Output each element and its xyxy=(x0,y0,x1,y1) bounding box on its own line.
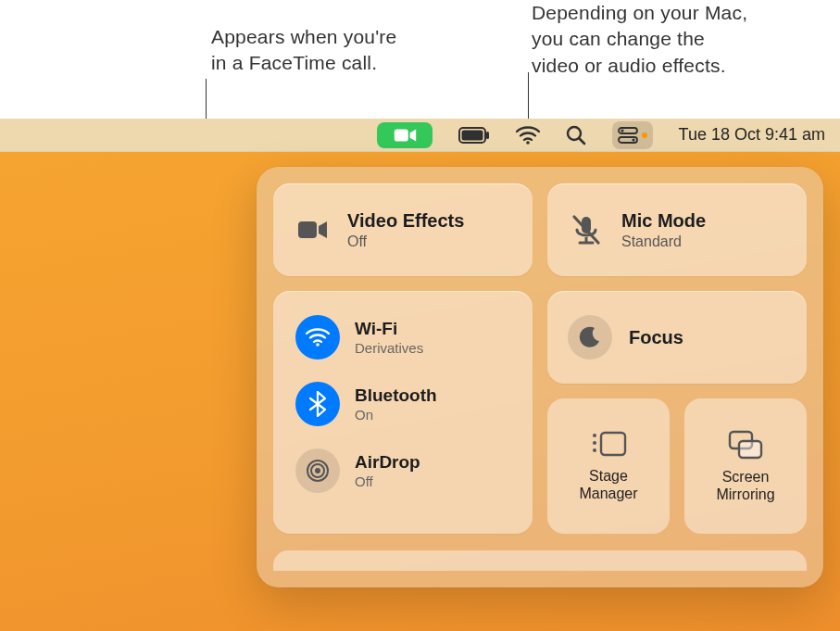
right-column: Focus Stage Manager xyxy=(547,291,807,534)
label-line: Screen xyxy=(716,468,774,486)
wifi-icon xyxy=(306,327,330,347)
wifi-menubar-button[interactable] xyxy=(516,119,540,152)
airdrop-sub: Off xyxy=(355,473,420,489)
svg-point-20 xyxy=(593,434,596,437)
spotlight-menubar-button[interactable] xyxy=(566,119,586,152)
video-effects-sub: Off xyxy=(347,233,464,250)
annotation-layer: Appears when you're in a FaceTime call. … xyxy=(0,0,840,119)
focus-title: Focus xyxy=(629,327,683,348)
svg-rect-3 xyxy=(486,132,489,139)
airdrop-title: AirDrop xyxy=(355,452,420,473)
label-line: Stage xyxy=(579,467,637,485)
facetime-pill xyxy=(377,122,433,148)
label-line: Mirroring xyxy=(716,486,774,503)
screen-mirroring-label: Screen Mirroring xyxy=(716,468,774,503)
airdrop-button[interactable]: AirDrop Off xyxy=(288,437,518,504)
tile-text: Wi-Fi Derivatives xyxy=(355,319,423,356)
video-camera-icon xyxy=(294,211,331,248)
annotation-line: you can change the xyxy=(532,26,819,52)
mic-mode-title: Mic Mode xyxy=(621,210,706,232)
tile-text: AirDrop Off xyxy=(355,452,420,489)
svg-rect-0 xyxy=(394,129,407,141)
menubar-datetime[interactable]: Tue 18 Oct 9:41 am xyxy=(679,119,825,152)
bluetooth-title: Bluetooth xyxy=(355,385,437,406)
stage-manager-button[interactable]: Stage Manager xyxy=(547,398,670,534)
tile-text: Bluetooth On xyxy=(355,385,437,423)
svg-point-8 xyxy=(621,129,623,132)
control-center-icon xyxy=(618,127,638,144)
wifi-title: Wi-Fi xyxy=(355,319,423,339)
tile-text: Mic Mode Standard xyxy=(621,210,706,250)
desktop: Tue 18 Oct 9:41 am Video Effects Off Mic… xyxy=(0,119,840,631)
battery-icon xyxy=(458,127,490,144)
mic-mode-button[interactable]: Mic Mode Standard xyxy=(547,183,807,276)
svg-point-4 xyxy=(526,141,530,145)
stage-manager-label: Stage Manager xyxy=(579,467,637,502)
privacy-indicator-dot xyxy=(642,133,647,138)
wifi-icon xyxy=(516,126,540,145)
screen-mirroring-button[interactable]: Screen Mirroring xyxy=(684,398,807,534)
partial-next-tile xyxy=(273,550,807,571)
svg-rect-2 xyxy=(461,130,483,140)
focus-button[interactable]: Focus xyxy=(547,291,807,384)
svg-line-6 xyxy=(579,138,584,144)
annotation-facetime: Appears when you're in a FaceTime call. xyxy=(211,24,452,77)
airdrop-toggle-circle xyxy=(295,448,340,493)
svg-point-10 xyxy=(632,138,634,141)
bluetooth-button[interactable]: Bluetooth On xyxy=(288,371,518,437)
annotation-line: in a FaceTime call. xyxy=(211,50,452,76)
airdrop-icon xyxy=(305,458,331,484)
label-line: Manager xyxy=(579,485,637,502)
video-effects-title: Video Effects xyxy=(347,210,464,232)
control-center-menubar-button[interactable] xyxy=(612,119,653,152)
video-camera-icon xyxy=(391,121,419,149)
wifi-sub: Derivatives xyxy=(355,340,423,356)
control-center-panel: Video Effects Off Mic Mode Standard xyxy=(257,167,823,587)
bluetooth-sub: On xyxy=(355,407,437,423)
menu-bar: Tue 18 Oct 9:41 am xyxy=(0,119,840,152)
svg-rect-25 xyxy=(739,441,761,458)
battery-menubar-button[interactable] xyxy=(458,119,490,152)
annotation-line: video or audio effects. xyxy=(532,53,819,79)
screen-mirroring-icon xyxy=(727,429,764,461)
annotation-line: Depending on your Mac, xyxy=(532,0,819,26)
annotation-effects: Depending on your Mac, you can change th… xyxy=(532,0,819,79)
annotation-leader xyxy=(206,79,207,120)
svg-point-16 xyxy=(316,343,320,347)
svg-rect-11 xyxy=(298,221,317,238)
wifi-button[interactable]: Wi-Fi Derivatives xyxy=(288,304,518,371)
annotation-line: Appears when you're xyxy=(211,24,452,50)
focus-toggle-circle xyxy=(568,315,612,360)
search-icon xyxy=(566,125,586,145)
svg-point-22 xyxy=(593,448,596,452)
video-effects-button[interactable]: Video Effects Off xyxy=(273,183,533,276)
stage-manager-icon xyxy=(590,430,627,460)
facetime-menubar-button[interactable] xyxy=(377,119,433,152)
wifi-toggle-circle xyxy=(295,315,340,360)
svg-point-17 xyxy=(315,468,320,473)
mic-muted-icon xyxy=(568,211,605,248)
moon-icon xyxy=(578,325,602,349)
bluetooth-icon xyxy=(309,391,326,417)
mic-mode-sub: Standard xyxy=(621,233,706,250)
svg-point-21 xyxy=(593,441,596,445)
svg-rect-23 xyxy=(601,433,625,455)
tile-text: Video Effects Off xyxy=(347,210,464,250)
connectivity-tile: Wi-Fi Derivatives Bluetooth On AirDrop xyxy=(273,291,533,534)
bluetooth-toggle-circle xyxy=(295,382,340,426)
control-center-highlight xyxy=(612,121,653,149)
small-tiles-row: Stage Manager Screen Mirroring xyxy=(547,398,807,534)
